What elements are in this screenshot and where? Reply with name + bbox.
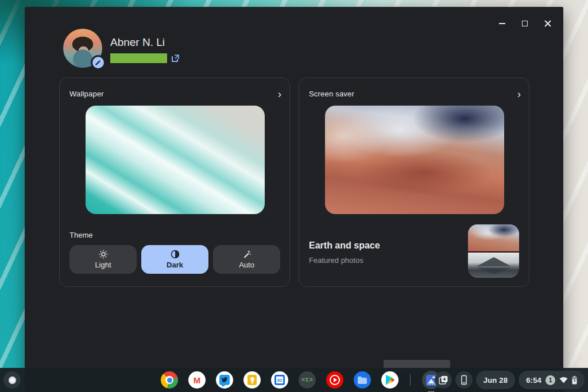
calendar-square: 31 (274, 375, 285, 385)
battery-icon (572, 376, 577, 385)
desktop-wallpaper: Abner N. Li Wallpaper › Theme (0, 0, 588, 392)
play-triangle (334, 378, 337, 382)
text-app-glyph: <t> (301, 377, 313, 383)
gmail-icon[interactable]: M (188, 371, 206, 389)
twitter-icon[interactable] (216, 371, 233, 389)
external-link-icon[interactable] (171, 54, 180, 63)
close-button[interactable] (540, 16, 555, 31)
twitter-bird (221, 377, 228, 383)
twitter-bubble (219, 375, 230, 385)
collection-title: Earth and space (309, 240, 380, 251)
mountain-reflection (477, 267, 511, 274)
theme-toggle-group: Light Dark Auto (69, 245, 280, 274)
screen-capture-button[interactable] (435, 371, 452, 389)
chevron-right-icon[interactable]: › (517, 91, 521, 98)
mountain-glyph (428, 379, 435, 383)
collection-thumb-mountain (468, 253, 519, 278)
theme-light-label: Light (95, 261, 111, 269)
theme-section-label: Theme (69, 231, 92, 239)
close-icon (544, 20, 551, 27)
launcher-button[interactable] (3, 371, 21, 389)
contrast-icon (171, 250, 180, 259)
theme-dark-button[interactable]: Dark (141, 245, 208, 274)
shelf: M 31 <t> (0, 368, 588, 392)
mountain-shape (477, 257, 511, 266)
screen-capture-icon (438, 375, 448, 385)
email-redacted-bar (110, 53, 167, 63)
screensaver-card[interactable]: Screen saver › Earth and space Featured … (299, 77, 529, 287)
shelf-separator (410, 374, 411, 386)
sun-icon (99, 250, 108, 259)
profile-avatar (63, 29, 102, 68)
screensaver-card-title: Screen saver (309, 90, 354, 98)
ytm-ring (330, 375, 340, 385)
calendar-icon[interactable]: 31 (271, 371, 288, 389)
wifi-icon (559, 377, 568, 383)
minimize-icon (499, 23, 505, 24)
chevron-right-icon[interactable]: › (278, 91, 281, 98)
collection-subtitle: Featured photos (309, 256, 363, 265)
edit-avatar-button[interactable] (91, 55, 106, 70)
date-pill[interactable]: Jun 28 (476, 371, 515, 389)
chrome-icon[interactable] (161, 371, 178, 389)
play-store-triangle (385, 375, 394, 385)
pencil-icon (95, 59, 102, 66)
launcher-icon (9, 377, 16, 384)
theme-light-button[interactable]: Light (69, 245, 137, 274)
wallpaper-card-header: Wallpaper › (69, 90, 281, 98)
maximize-icon (522, 21, 528, 26)
calendar-day: 31 (276, 377, 283, 383)
minimize-button[interactable] (494, 16, 509, 31)
screensaver-card-header: Screen saver › (309, 90, 521, 98)
phone-hub-button[interactable] (455, 371, 473, 389)
youtube-music-icon[interactable] (326, 371, 343, 389)
wallpaper-card-title: Wallpaper (69, 90, 104, 98)
theme-auto-button[interactable]: Auto (213, 245, 280, 274)
files-icon[interactable] (354, 371, 371, 389)
shelf-app-row: M 31 <t> (161, 371, 440, 389)
phone-icon (459, 375, 469, 385)
window-controls (494, 16, 555, 31)
theme-dark-label: Dark (167, 261, 183, 269)
notification-count-badge: 1 (546, 375, 555, 385)
wallpaper-style-window: Abner N. Li Wallpaper › Theme (25, 7, 563, 392)
theme-auto-label: Auto (239, 261, 254, 269)
status-area: Jun 28 6:54 1 (435, 371, 585, 389)
screensaver-preview-image[interactable] (325, 106, 504, 214)
keep-icon[interactable] (243, 371, 261, 389)
clock-text: 6:54 (526, 376, 541, 385)
profile-header: Abner N. Li (63, 29, 102, 68)
date-text: Jun 28 (483, 376, 508, 385)
magic-wand-icon (242, 250, 252, 259)
text-app-icon[interactable]: <t> (299, 371, 316, 389)
folder-shape (358, 378, 367, 384)
wallpaper-preview-image[interactable] (86, 106, 265, 214)
collection-thumb-earth (468, 224, 519, 251)
collection-thumbnail (468, 224, 519, 278)
maximize-button[interactable] (517, 16, 532, 31)
play-store-icon[interactable] (381, 371, 399, 389)
system-tray[interactable]: 6:54 1 (519, 371, 585, 389)
wallpaper-card[interactable]: Wallpaper › Theme Light (59, 77, 290, 287)
gmail-m-glyph: M (194, 376, 201, 385)
keep-note-shape (247, 375, 257, 385)
profile-name: Abner N. Li (110, 36, 165, 49)
